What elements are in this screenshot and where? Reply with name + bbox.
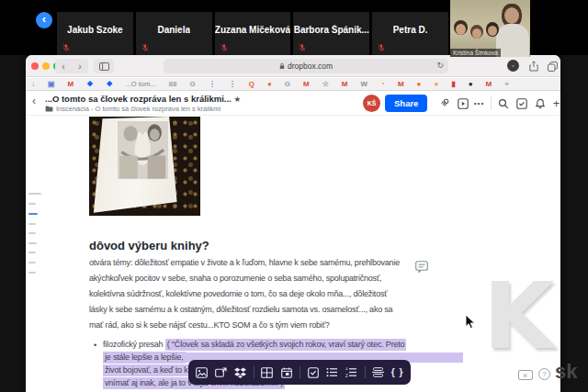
outline-section-mark[interactable]	[28, 272, 36, 274]
calendar-icon[interactable]	[280, 366, 293, 379]
person-face	[456, 24, 466, 35]
table-icon[interactable]	[261, 366, 274, 379]
participant-tile[interactable]: Petra D.	[372, 12, 448, 55]
pin-icon[interactable]: ▮	[451, 81, 455, 88]
code-icon[interactable]: { }	[391, 366, 404, 379]
star-icon[interactable]: ☆	[322, 81, 329, 88]
divider-block-icon[interactable]	[372, 366, 385, 379]
embed-icon[interactable]	[215, 366, 228, 379]
refresh-icon[interactable]: ↻	[436, 61, 444, 70]
tasks-icon[interactable]	[515, 97, 527, 109]
divider	[491, 96, 492, 110]
dropbox-doc-icon[interactable]: ❖	[106, 81, 112, 88]
search-site-icon[interactable]: Q	[249, 81, 254, 88]
google-icon[interactable]: G	[285, 81, 290, 88]
outline-section-mark[interactable]	[28, 242, 37, 244]
outline-section-mark[interactable]	[28, 252, 36, 253]
bulleted-list-icon[interactable]	[326, 366, 339, 379]
dropbox-icon[interactable]: ❖	[86, 81, 93, 88]
doc-heading: dôvod výberu knihy?	[89, 239, 209, 252]
gmail-icon[interactable]: M	[398, 81, 404, 88]
participant-name: Zuzana Mičeková	[215, 25, 290, 35]
google-icon[interactable]: G	[189, 81, 195, 88]
bullet-lead: filozofický presah	[103, 340, 165, 349]
search-icon[interactable]	[497, 97, 509, 109]
formatting-toolbar: 12 { }	[188, 360, 411, 385]
paragraph-line: otvára témy: dôležitosť empatie v živote…	[89, 258, 400, 274]
numbered-list-icon[interactable]: 12	[345, 366, 358, 379]
browser-window: ‹ › dropbox.com ↻ ◦ ↓▣M❖❖...O t	[26, 55, 560, 392]
collapse-video-strip-button[interactable]: ‹	[36, 12, 52, 28]
share-button[interactable]: Share	[385, 95, 427, 112]
extension-icon[interactable]: ◦	[507, 60, 519, 72]
link-icon[interactable]	[438, 97, 450, 109]
dots-icon[interactable]: ⋮	[229, 81, 236, 88]
share-page-button[interactable]	[527, 59, 540, 73]
add-icon[interactable]: +	[504, 81, 509, 88]
keyboard-shortcuts-icon[interactable]: ⌘	[518, 370, 533, 380]
orange-icon[interactable]: ●	[267, 81, 272, 88]
present-icon[interactable]	[457, 97, 469, 109]
badge-icon[interactable]: 88	[169, 81, 177, 88]
app-icon[interactable]: ▣	[48, 81, 55, 88]
add-icon[interactable]: +	[550, 97, 560, 109]
comment-icon[interactable]	[415, 260, 428, 276]
yellow-icon[interactable]: ●	[434, 81, 438, 88]
dark-icon[interactable]: ●	[469, 81, 473, 88]
gmail-icon[interactable]: M	[68, 81, 74, 88]
image-icon[interactable]	[196, 366, 209, 379]
outline-section-mark[interactable]	[28, 203, 36, 205]
bookmark-label[interactable]: ...O tom...	[126, 80, 156, 88]
participant-name: Daniela	[157, 25, 190, 35]
outline-section-mark[interactable]	[28, 232, 36, 234]
paragraph-line: lásky k sebe samému a k ostatným, dôleži…	[89, 305, 400, 320]
back-button[interactable]: ‹	[62, 62, 64, 72]
outline-section-mark[interactable]	[28, 193, 41, 195]
person-body	[496, 24, 529, 57]
bell-icon[interactable]	[534, 97, 546, 109]
close-window-button[interactable]	[31, 62, 39, 70]
dots-icon[interactable]: ⋮	[209, 81, 216, 88]
clock-icon[interactable]: ◔	[380, 81, 385, 88]
dropbox-doc-header: ‹ ...O tomto sa človek rozpráva len s kr…	[26, 91, 560, 116]
sidebar-toggle-button[interactable]	[94, 59, 114, 73]
bookmarks-bar: ↓▣M❖❖...O tom...88G⋮⋮Q●GM☆MW◔M●●▮●M+	[26, 78, 560, 91]
download-icon[interactable]: ↓	[31, 81, 35, 88]
participant-name: Petra D.	[393, 25, 428, 35]
zoom-participant-strip: ‹ Jakub SzokeDanielaZuzana MičekováBarbo…	[0, 0, 588, 55]
outline-section-mark[interactable]	[28, 223, 36, 225]
wiki-icon[interactable]: W	[360, 81, 368, 88]
muted-mic-icon	[299, 43, 306, 52]
address-bar[interactable]: dropbox.com ↻	[164, 59, 448, 73]
participant-tile[interactable]: Jakub Szoke	[57, 12, 133, 55]
book-photo[interactable]	[89, 117, 200, 216]
dropbox-icon[interactable]	[234, 366, 247, 379]
highlighted-text: je stále lepšie a lepšie,	[103, 352, 186, 364]
outline-section-mark[interactable]	[28, 213, 38, 215]
bullet-dot: •	[94, 341, 96, 350]
participant-name: Jakub Szoke	[67, 25, 123, 35]
more-options-icon[interactable]: •••	[473, 97, 485, 109]
muted-mic-icon	[141, 43, 149, 52]
participant-tile[interactable]: Zuzana Mičeková	[215, 12, 291, 55]
minimize-window-button[interactable]	[42, 62, 50, 70]
video-thumbnail-tile[interactable]: Kristína Šimková	[450, 0, 530, 57]
gmail-icon[interactable]: M	[342, 81, 348, 88]
participant-tile[interactable]: Barbora Špánik...	[293, 12, 369, 55]
avatar[interactable]: KŠ	[363, 95, 380, 112]
gmail-icon[interactable]: M	[486, 81, 492, 88]
mouse-cursor	[465, 314, 476, 330]
doc-back-button[interactable]: ‹	[32, 95, 36, 107]
star-icon[interactable]: ★	[233, 95, 241, 104]
outline-section-mark[interactable]	[28, 262, 36, 263]
doc-title: ...O tomto sa človek rozpráva len s král…	[45, 94, 241, 104]
participant-tile[interactable]: Daniela	[136, 12, 212, 55]
help-icon[interactable]: ?	[538, 368, 550, 380]
breadcrumb[interactable]: Inscenácia - O tomto sa človek rozpráva …	[45, 105, 220, 113]
checklist-icon[interactable]	[307, 366, 320, 379]
forward-button[interactable]: ›	[78, 62, 81, 72]
gmail-icon[interactable]: M	[303, 81, 310, 88]
highlighted-text: ( "Človek sa skladá zo všetkých svojich …	[165, 339, 407, 351]
tab-overview-button[interactable]	[546, 59, 559, 73]
orange-icon[interactable]: ●	[417, 81, 422, 88]
